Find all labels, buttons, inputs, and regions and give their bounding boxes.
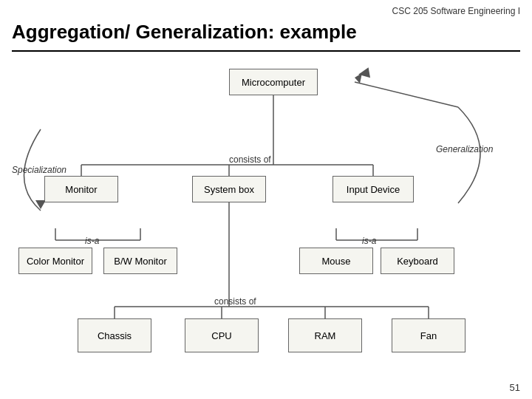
svg-line-18 (355, 82, 458, 107)
page-number: 51 (510, 382, 520, 393)
specialization-label: Specialization (12, 165, 66, 175)
consists-of-bottom-label: consists of (214, 296, 256, 307)
consists-of-top-label: consists of (229, 154, 271, 165)
chassis-box: Chassis (78, 318, 151, 352)
page-title: Aggregation/ Generalization: example (12, 21, 357, 44)
svg-marker-19 (355, 73, 362, 83)
color-monitor-box: Color Monitor (18, 248, 92, 274)
monitor-box: Monitor (44, 176, 118, 202)
is-a-left-label: is-a (85, 236, 99, 246)
microcomputer-box: Microcomputer (229, 69, 318, 95)
mouse-box: Mouse (299, 248, 373, 274)
bw-monitor-box: B/W Monitor (103, 248, 177, 274)
divider (12, 50, 520, 52)
generalization-label: Generalization (436, 144, 493, 154)
keyboard-box: Keyboard (381, 248, 454, 274)
system-box: System box (192, 176, 266, 202)
cpu-box: CPU (185, 318, 259, 352)
input-device-box: Input Device (332, 176, 414, 202)
svg-marker-17 (358, 67, 370, 79)
fan-box: Fan (392, 318, 466, 352)
course-title: CSC 205 Software Engineering I (392, 6, 520, 16)
ram-box: RAM (288, 318, 362, 352)
is-a-right-label: is-a (362, 236, 376, 246)
diagram: Microcomputer consists of Monitor System… (0, 55, 532, 377)
